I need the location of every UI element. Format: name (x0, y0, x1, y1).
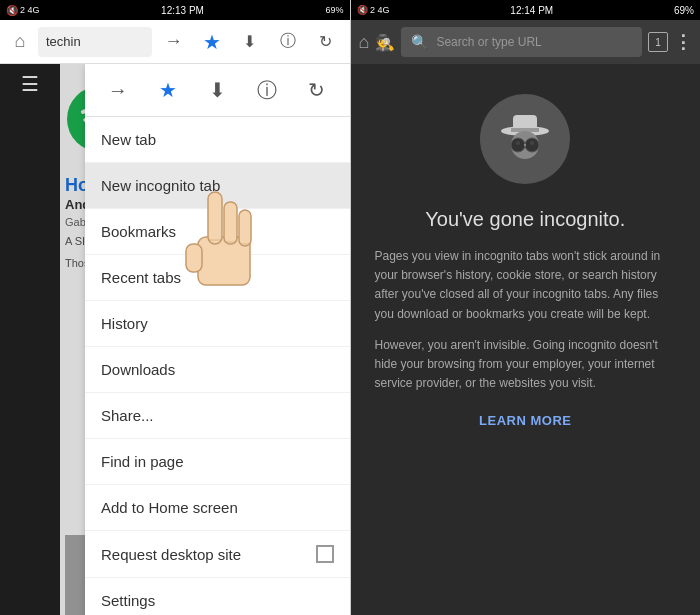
menu-item-settings[interactable]: Settings (85, 578, 350, 615)
right-home-icon[interactable]: ⌂ (359, 32, 370, 53)
menu-item-label: History (101, 315, 148, 332)
menu-item-new-tab[interactable]: New tab (85, 117, 350, 163)
bookmark-icon[interactable]: ★ (196, 26, 228, 58)
right-panel: 🔇 2 4G 12:14 PM 69% ⌂ 🕵 🔍 Search or type… (351, 0, 701, 615)
left-browser-toolbar: ⌂ techin → ★ ⬇ ⓘ ↻ (0, 20, 350, 64)
menu-item-home-screen[interactable]: Add to Home screen (85, 485, 350, 531)
menu-item-label: New tab (101, 131, 156, 148)
menu-item-label: Downloads (101, 361, 175, 378)
forward-icon[interactable]: → (158, 26, 190, 58)
signal-icon: 🔇 (6, 5, 18, 16)
url-placeholder: Search or type URL (436, 35, 541, 49)
menu-item-label: Settings (101, 592, 155, 609)
battery-icon: 69% (325, 5, 343, 15)
incognito-content: You've gone incognito. Pages you view in… (351, 64, 701, 615)
svg-point-20 (530, 141, 534, 145)
spy-icon (495, 109, 555, 169)
menu-download-icon[interactable]: ⬇ (201, 74, 233, 106)
incognito-paragraph-2: However, you aren't invisible. Going inc… (375, 336, 677, 394)
menu-item-downloads[interactable]: Downloads (85, 347, 350, 393)
right-browser-toolbar: ⌂ 🕵 🔍 Search or type URL 1 ⋮ (351, 20, 701, 64)
network-icon: 2 4G (20, 5, 40, 15)
menu-item-bookmarks[interactable]: Bookmarks (85, 209, 350, 255)
dropdown-overlay: → ★ ⬇ ⓘ ↻ New tab New incognito tab Book… (0, 64, 350, 615)
spy-icon-circle (480, 94, 570, 184)
menu-bookmark-icon[interactable]: ★ (152, 74, 184, 106)
right-status-left: 🔇 2 4G (357, 5, 390, 15)
right-url-bar[interactable]: 🔍 Search or type URL (401, 27, 642, 57)
incognito-title: You've gone incognito. (425, 208, 625, 231)
menu-item-recent-tabs[interactable]: Recent tabs (85, 255, 350, 301)
svg-line-18 (539, 144, 542, 145)
left-time: 12:13 PM (161, 5, 204, 16)
menu-item-label: Request desktop site (101, 546, 241, 563)
right-time: 12:14 PM (510, 5, 553, 16)
url-text: techin (46, 34, 81, 49)
menu-item-label: Recent tabs (101, 269, 181, 286)
content-area: ☰ How to er Android Gabriel Chaves A SIM… (0, 64, 350, 615)
menu-item-history[interactable]: History (85, 301, 350, 347)
right-status-bar: 🔇 2 4G 12:14 PM 69% (351, 0, 701, 20)
menu-forward-icon[interactable]: → (102, 74, 134, 106)
download-icon[interactable]: ⬇ (234, 26, 266, 58)
url-bar[interactable]: techin (38, 27, 152, 57)
refresh-icon[interactable]: ↻ (310, 26, 342, 58)
search-icon: 🔍 (411, 34, 428, 50)
home-icon[interactable]: ⌂ (8, 30, 32, 54)
menu-item-share[interactable]: Share... (85, 393, 350, 439)
menu-item-find[interactable]: Find in page (85, 439, 350, 485)
svg-point-19 (516, 141, 520, 145)
menu-item-desktop[interactable]: Request desktop site (85, 531, 350, 578)
left-panel: 🔇 2 4G 12:13 PM 69% ⌂ techin → ★ ⬇ ⓘ ↻ ☰ (0, 0, 350, 615)
incognito-paragraph-1: Pages you view in incognito tabs won't s… (375, 247, 677, 324)
menu-item-new-incognito[interactable]: New incognito tab (85, 163, 350, 209)
status-right-icons: 69% (325, 5, 343, 15)
menu-icon-row: → ★ ⬇ ⓘ ↻ (85, 64, 350, 117)
desktop-checkbox[interactable] (316, 545, 334, 563)
menu-item-label: Find in page (101, 453, 184, 470)
status-left-icons: 🔇 2 4G (6, 5, 40, 16)
info-icon[interactable]: ⓘ (272, 26, 304, 58)
more-options-icon[interactable]: ⋮ (674, 31, 692, 53)
menu-info-icon[interactable]: ⓘ (251, 74, 283, 106)
right-battery: 69% (674, 5, 694, 16)
menu-refresh-icon[interactable]: ↻ (301, 74, 333, 106)
left-status-bar: 🔇 2 4G 12:13 PM 69% (0, 0, 350, 20)
menu-item-label: New incognito tab (101, 177, 220, 194)
menu-item-label: Bookmarks (101, 223, 176, 240)
right-incognito-icon: 🕵 (375, 33, 395, 52)
svg-line-17 (508, 144, 511, 145)
learn-more-link[interactable]: LEARN MORE (479, 413, 571, 428)
menu-item-label: Add to Home screen (101, 499, 238, 516)
tab-count[interactable]: 1 (648, 32, 668, 52)
menu-panel: → ★ ⬇ ⓘ ↻ New tab New incognito tab Book… (85, 64, 350, 615)
menu-item-label: Share... (101, 407, 154, 424)
